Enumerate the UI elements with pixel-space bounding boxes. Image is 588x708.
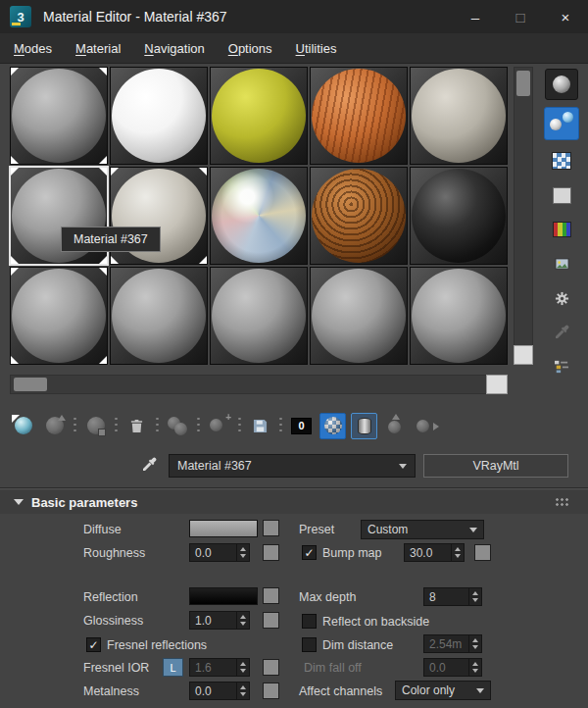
fresnel-ior-lock-button[interactable]: L — [163, 658, 183, 677]
menu-material[interactable]: Material — [75, 41, 121, 56]
sample-slot-12[interactable] — [110, 267, 208, 365]
cylinder-icon — [352, 414, 376, 438]
preset-dropdown[interactable]: Custom — [361, 520, 484, 539]
background-button[interactable] — [547, 147, 576, 175]
reflection-map-button[interactable] — [263, 587, 279, 604]
make-material-copy-button[interactable] — [165, 413, 191, 439]
spinner-arrows-icon[interactable] — [236, 612, 249, 629]
options-button[interactable] — [547, 284, 576, 312]
spinner-arrows-icon[interactable] — [236, 544, 249, 561]
dim-distance-checkbox[interactable] — [302, 637, 317, 652]
sample-type-button[interactable] — [545, 69, 578, 100]
bump-map-button[interactable] — [474, 544, 491, 561]
generate-preview-button[interactable] — [547, 250, 576, 278]
metalness-spinner[interactable]: 0.0 — [189, 682, 250, 700]
fresnel-reflections-checkbox[interactable] — [86, 637, 101, 652]
spinner-arrows-icon[interactable] — [468, 635, 481, 652]
vertical-scrollbar-end-box[interactable] — [514, 345, 533, 365]
sample-slot-2[interactable] — [110, 67, 208, 165]
fresnel-ior-spinner[interactable]: 1.6 — [189, 658, 250, 677]
spinner-arrows-icon[interactable] — [468, 659, 481, 676]
app-icon: 3 — [10, 6, 31, 27]
sample-slot-13[interactable] — [210, 267, 308, 365]
affect-channels-dropdown[interactable]: Color only — [395, 681, 491, 700]
fresnel-ior-map-button[interactable] — [263, 659, 279, 676]
metalness-map-button[interactable] — [263, 683, 279, 699]
rollout-grip-icon[interactable] — [555, 497, 568, 507]
material-sphere-gray — [112, 269, 206, 363]
spinner-arrows-icon[interactable] — [236, 659, 249, 676]
toolbar-separator — [73, 416, 77, 435]
material-id-channel-button[interactable]: 0 — [288, 413, 315, 439]
horizontal-scrollbar-end-box[interactable] — [486, 375, 508, 394]
dim-distance-spinner[interactable]: 2.54m — [423, 634, 482, 653]
diffuse-swatch[interactable] — [189, 520, 258, 537]
sample-slot-11[interactable] — [10, 267, 108, 365]
sample-slot-8[interactable] — [210, 167, 308, 265]
menu-navigation[interactable]: Navigation — [144, 41, 204, 56]
sphere-unique-icon: + — [206, 413, 232, 439]
material-map-navigator-button[interactable] — [547, 353, 576, 380]
horizontal-scrollbar-thumb[interactable] — [14, 378, 47, 391]
dim-fall-off-spinner[interactable]: 0.0 — [423, 658, 482, 677]
menu-options[interactable]: Options — [228, 41, 272, 56]
bump-map-spinner[interactable]: 30.0 — [404, 543, 465, 562]
vertical-scrollbar[interactable] — [514, 67, 533, 365]
video-color-check-button[interactable] — [547, 216, 576, 243]
show-shaded-material-in-viewport-button[interactable] — [319, 413, 346, 439]
make-unique-button[interactable]: + — [206, 413, 232, 439]
select-by-material-button[interactable] — [547, 319, 576, 346]
roughness-map-button[interactable] — [263, 544, 279, 561]
reflect-on-backside-checkbox[interactable] — [302, 614, 317, 629]
spinner-arrows-icon[interactable] — [451, 544, 464, 561]
sample-uv-tiling-button[interactable] — [547, 181, 576, 209]
sphere-assign-icon — [82, 413, 109, 439]
vertical-scrollbar-thumb[interactable] — [516, 71, 530, 96]
sample-slot-9[interactable] — [310, 167, 408, 265]
backlight-button[interactable] — [544, 107, 579, 140]
minimize-button[interactable]: – — [453, 0, 498, 33]
rollout-basic-parameters[interactable]: Basic parameters — [0, 490, 588, 514]
bump-map-checkbox[interactable] — [302, 545, 317, 560]
material-sphere-gray — [312, 269, 406, 363]
horizontal-scrollbar[interactable] — [10, 375, 508, 394]
dim-distance-label: Dim distance — [322, 638, 393, 652]
reset-material-button[interactable] — [123, 413, 150, 439]
assign-material-to-selection-button[interactable] — [82, 413, 109, 439]
material-type-button[interactable]: VRayMtl — [423, 454, 568, 478]
metalness-value: 0.0 — [190, 683, 236, 699]
preset-value: Custom — [368, 523, 408, 536]
spinner-arrows-icon[interactable] — [468, 588, 481, 605]
sample-slot-14[interactable] — [310, 267, 408, 365]
diffuse-map-button[interactable] — [263, 520, 279, 536]
sample-slot-3[interactable] — [210, 67, 308, 165]
sphere-pick-icon — [10, 413, 36, 439]
material-name-dropdown[interactable]: Material #367 — [169, 454, 416, 478]
go-forward-to-sibling-button[interactable] — [414, 413, 440, 439]
sample-slot-4[interactable] — [310, 67, 408, 165]
reflection-swatch[interactable] — [189, 587, 258, 605]
show-end-result-button[interactable] — [351, 413, 377, 439]
maximize-button[interactable]: □ — [498, 0, 543, 33]
glossiness-spinner[interactable]: 1.0 — [189, 611, 250, 630]
sample-slot-10[interactable] — [410, 167, 508, 265]
glossiness-map-button[interactable] — [263, 612, 279, 629]
spinner-arrows-icon[interactable] — [236, 683, 249, 699]
reflection-label: Reflection — [83, 590, 138, 604]
sample-slot-5[interactable] — [410, 67, 508, 165]
eyedropper-icon — [139, 455, 159, 475]
pick-material-from-object-button[interactable] — [139, 455, 159, 475]
go-to-parent-button[interactable] — [382, 413, 409, 439]
put-to-library-button[interactable] — [247, 413, 273, 439]
get-material-button[interactable] — [10, 413, 36, 439]
menu-modes[interactable]: Modes — [14, 41, 52, 56]
backlight-icon — [545, 108, 578, 139]
menu-utilities[interactable]: Utilities — [296, 41, 337, 56]
sample-slot-15[interactable] — [410, 267, 508, 365]
roughness-spinner[interactable]: 0.0 — [189, 543, 250, 562]
sphere-parent-icon — [382, 413, 409, 439]
put-material-to-scene-button[interactable] — [41, 413, 68, 439]
max-depth-spinner[interactable]: 8 — [423, 587, 482, 606]
close-button[interactable]: × — [543, 0, 588, 33]
sample-slot-1[interactable] — [10, 67, 108, 165]
